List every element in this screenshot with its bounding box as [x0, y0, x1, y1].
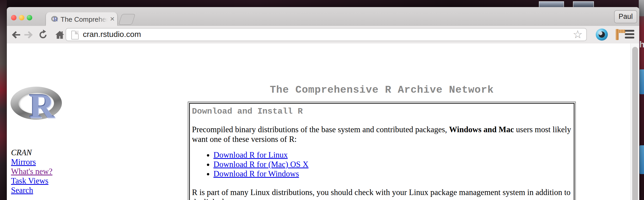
intro-paragraph: Precompiled binary distributions of the …	[192, 125, 572, 144]
download-install-box: Download and Install R Precompiled binar…	[188, 102, 576, 200]
profile-button[interactable]: Paul	[614, 10, 637, 23]
desktop-left-strip	[0, 0, 7, 200]
extension-ruler-icon[interactable]	[614, 29, 626, 41]
browser-toolbar: cran.rstudio.com ☆	[7, 26, 639, 44]
sidebar-link-search[interactable]: Search	[11, 186, 33, 195]
extension-eye-icon[interactable]	[596, 29, 608, 41]
home-button-icon[interactable]	[55, 30, 65, 40]
tab-cran[interactable]: R The Comprehensive R Arch ×	[46, 12, 117, 26]
sidebar-link-mirrors[interactable]: Mirrors	[11, 157, 36, 167]
back-button-icon[interactable]	[11, 30, 22, 40]
screenshot-stage: h R The Comprehensive R Arch × Paul	[0, 0, 644, 200]
tab-close-icon[interactable]: ×	[110, 14, 115, 23]
page-title: The Comprehensive R Archive Network	[188, 84, 576, 96]
box-heading: Download and Install R	[192, 107, 572, 116]
scrollbar-thumb[interactable]	[632, 47, 638, 200]
reload-button-icon[interactable]	[38, 30, 48, 40]
desktop-folder-icon	[640, 69, 644, 94]
intro-bold: Windows and Mac	[449, 125, 514, 134]
r-project-logo: R	[10, 86, 62, 125]
desktop-photo-thumbnail	[539, 1, 564, 8]
r-favicon-icon: R	[51, 15, 59, 23]
download-mac-link[interactable]: Download R for (Mac) OS X	[213, 160, 308, 169]
download-links-list: Download R for Linux Download R for (Mac…	[192, 150, 572, 179]
desktop-right-strip: h	[639, 0, 644, 200]
chrome-menu-icon[interactable]	[625, 29, 634, 40]
minimize-window-button[interactable]	[19, 15, 24, 20]
tab-strip: R The Comprehensive R Arch × Paul	[7, 7, 639, 26]
sidebar-link-task-views[interactable]: Task Views	[11, 176, 49, 186]
page-scrollbar[interactable]	[630, 43, 639, 200]
url-text[interactable]: cran.rstudio.com	[83, 30, 141, 39]
list-item: Download R for (Mac) OS X	[213, 160, 572, 169]
sidebar-link-whats-new[interactable]: What's new?	[11, 167, 52, 176]
forward-button-icon[interactable]	[23, 30, 34, 40]
zoom-window-button[interactable]	[27, 15, 32, 20]
bookmark-star-icon[interactable]: ☆	[573, 28, 583, 41]
list-item: Download R for Linux	[213, 150, 572, 160]
address-bar[interactable]: cran.rstudio.com ☆	[66, 28, 587, 41]
close-window-button[interactable]	[11, 15, 17, 20]
page-document-icon	[71, 31, 79, 40]
new-tab-button[interactable]	[118, 14, 136, 25]
desktop-folder-icon	[640, 145, 644, 174]
list-item: Download R for Windows	[213, 169, 572, 179]
browser-window: R The Comprehensive R Arch × Paul	[7, 7, 639, 200]
desktop-image-fragment	[639, 0, 644, 16]
sidebar-header: CRAN	[11, 148, 52, 157]
sidebar-group-cran: CRAN Mirrors What's new? Task Views Sear…	[11, 148, 52, 195]
outro-paragraph: R is part of many Linux distributions, y…	[192, 187, 572, 200]
intro-pre: Precompiled binary distributions of the …	[192, 125, 449, 134]
desktop-photo-thumbnail	[573, 1, 594, 8]
desktop-label-fragment: h	[639, 39, 644, 49]
download-windows-link[interactable]: Download R for Windows	[213, 169, 299, 179]
download-linux-link[interactable]: Download R for Linux	[213, 150, 288, 160]
web-page: R CRAN Mirrors What's new? Task Views Se…	[7, 43, 639, 200]
